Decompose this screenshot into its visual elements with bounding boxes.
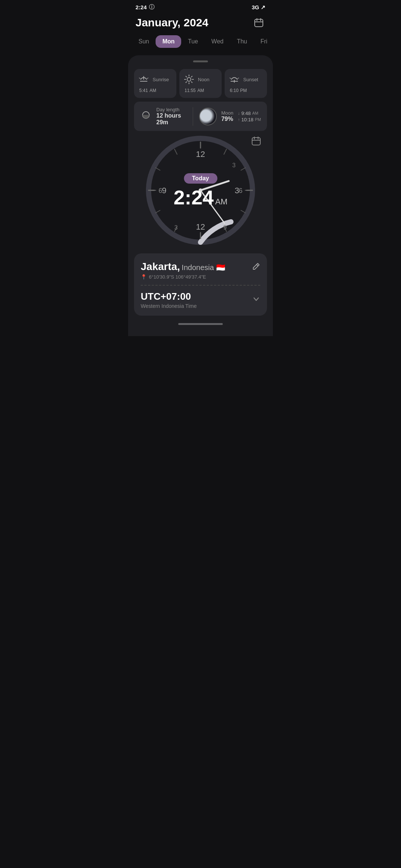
day-sun[interactable]: Sun [132,35,156,48]
edit-location-button[interactable] [252,262,260,272]
moon-rise-arrow: ↓ [238,111,240,115]
sunset-icon [228,73,240,85]
pin-icon: 📍 [141,274,147,280]
noon-card: Noon 11:55 AM [179,69,222,98]
timezone-expand-button[interactable] [252,295,260,305]
moon-info: Moon 79% [221,110,234,122]
day-length-part: Day length 12 hours 29m [140,107,187,126]
sheet-handle [193,60,208,62]
location-name-group: Jakarta, Indonesia 🇮🇩 [141,261,225,273]
day-length-label: Day length [156,107,187,112]
today-badge: Today [184,173,217,184]
day-tue[interactable]: Tue [181,35,205,48]
clock-section: 12 3 9 12 3 6 6 3 9 [134,131,267,253]
clock-digital-time: 2:24AM [173,187,227,207]
day-length-value: 12 hours 29m [156,112,187,126]
svg-line-19 [230,78,231,79]
svg-line-16 [186,82,187,82]
info-icon: ⓘ [149,4,154,11]
day-tue-label: Tue [188,38,198,45]
status-right: 3G ↗ [252,4,265,11]
sunrise-icon [138,73,150,85]
network-label: 3G [252,4,259,10]
location-separator [141,285,260,286]
day-fri-label: Fri [261,38,268,45]
moon-set-ampm: PM [255,117,261,122]
sunrise-label: Sunrise [153,77,169,82]
sunrise-card: Sunrise 5:41 AM [134,69,176,98]
sunset-label: Sunset [243,77,258,82]
svg-line-15 [191,76,192,77]
day-wed[interactable]: Wed [205,35,230,48]
bottom-sheet: Sunrise 5:41 AM [128,55,273,336]
moon-percent: 79% [221,116,234,122]
day-mon-label: Mon [162,38,175,45]
moon-times: ↓ 9:48 AM ↑ 10:18 PM [238,111,261,122]
day-mon[interactable]: Mon [156,35,181,48]
svg-text:12: 12 [196,222,205,231]
day-fri[interactable]: Fri [254,35,273,48]
moon-label: Moon [221,110,234,116]
moon-rise-value: 9:48 [241,111,251,116]
sunset-card: Sunset 6:10 PM [225,69,267,98]
coords-value: 6°10'30.9"S 106°49'37.4"E [149,274,206,280]
day-thu-label: Thu [237,38,247,45]
noon-header: Noon [183,73,218,85]
svg-text:9: 9 [162,186,166,195]
day-thu[interactable]: Thu [230,35,254,48]
moon-set-arrow: ↑ [238,117,240,122]
header: January, 2024 [128,13,273,35]
timezone-row: UTC+07:00 Western Indonesia Time [141,291,260,309]
day-moon-row: Day length 12 hours 29m Moon 79% ↓ 9:48 … [134,102,267,131]
home-indicator [178,323,223,325]
svg-point-8 [187,78,191,81]
timezone-code: UTC+07:00 [141,291,197,302]
location-header: Jakarta, Indonesia 🇮🇩 [141,261,260,273]
svg-line-6 [139,78,140,79]
day-length-icon [140,109,152,124]
day-wed-label: Wed [211,38,224,45]
moon-rise-time: ↓ 9:48 AM [238,111,261,116]
moon-set-time: ↑ 10:18 PM [238,117,261,122]
svg-text:3: 3 [232,162,236,168]
day-moon-divider [193,107,193,126]
svg-text:3: 3 [175,224,178,231]
noon-label: Noon [198,77,209,82]
svg-text:12: 12 [196,149,205,159]
sunrise-time: 5:41 AM [138,87,173,93]
svg-text:6: 6 [239,187,242,194]
location-city: Jakarta, [141,261,180,272]
clock-center: Today 2:24AM [173,173,227,207]
svg-line-53 [257,264,258,266]
sun-cards: Sunrise 5:41 AM [134,69,267,98]
status-time: 2:24 [136,4,147,10]
signal-icon: ↗ [261,4,265,11]
timezone-info: UTC+07:00 Western Indonesia Time [141,291,197,309]
location-coords: 📍 6°10'30.9"S 106°49'37.4"E [141,274,260,280]
month-year-title: January, 2024 [136,16,208,29]
moon-part: Moon 79% ↓ 9:48 AM ↑ 10:18 PM [199,108,261,125]
status-left: 2:24 ⓘ [136,4,154,11]
moon-visual [199,108,217,125]
sunrise-header: Sunrise [138,73,173,85]
svg-text:9: 9 [224,224,227,231]
moon-rise-ampm: AM [252,111,258,115]
location-country: Indonesia 🇮🇩 [182,263,225,272]
svg-line-14 [191,82,192,82]
svg-line-7 [147,78,148,79]
day-picker: Sun Mon Tue Wed Thu Fri [128,35,273,55]
noon-icon [183,73,195,85]
svg-text:6: 6 [159,187,162,194]
status-bar: 2:24 ⓘ 3G ↗ [128,0,273,13]
clock-time-value: 2:24 [173,186,213,208]
location-card: Jakarta, Indonesia 🇮🇩 📍 6°10'30.9"S 106°… [134,253,267,316]
day-length-info: Day length 12 hours 29m [156,107,187,126]
moon-set-value: 10:18 [241,117,254,122]
day-sun-label: Sun [138,38,149,45]
clock-ampm: AM [215,197,228,206]
svg-rect-0 [255,19,263,27]
sunset-time: 6:10 PM [228,87,263,93]
svg-line-13 [186,76,187,77]
sunset-header: Sunset [228,73,263,85]
header-calendar-button[interactable] [252,16,265,29]
